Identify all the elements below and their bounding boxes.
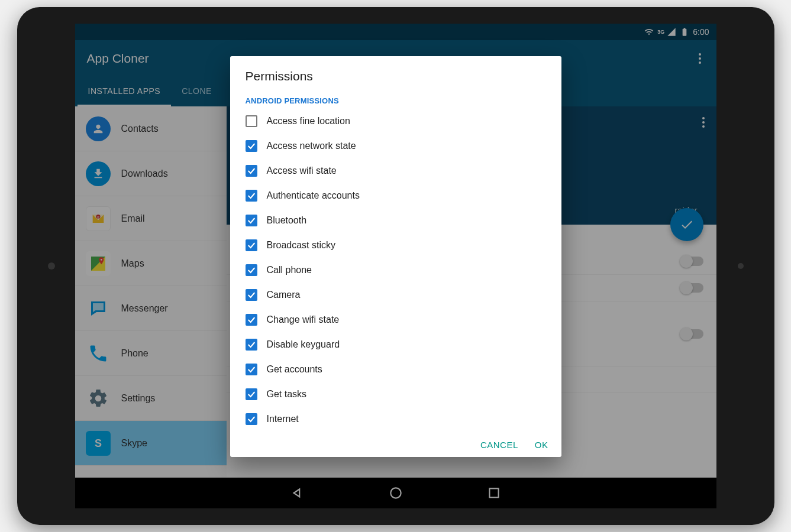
permission-row[interactable]: Get accounts: [246, 357, 546, 382]
permission-label: Internet: [267, 414, 299, 424]
ok-button[interactable]: OK: [535, 440, 548, 450]
permissions-dialog: Permissions ANDROID PERMISSIONS Access f…: [230, 56, 561, 457]
permissions-list[interactable]: Access fine locationAccess network state…: [230, 109, 561, 432]
permission-row[interactable]: Bluetooth: [246, 208, 546, 233]
permission-label: Get tasks: [267, 389, 307, 400]
dialog-subheader: ANDROID PERMISSIONS: [230, 88, 561, 109]
permission-label: Call phone: [267, 265, 312, 275]
permission-label: Camera: [267, 290, 301, 300]
permission-checkbox[interactable]: [246, 140, 257, 152]
permission-checkbox[interactable]: [246, 339, 257, 351]
permission-label: Broadcast sticky: [267, 240, 335, 251]
permission-checkbox[interactable]: [246, 165, 257, 177]
permission-checkbox[interactable]: [246, 314, 257, 326]
permission-checkbox[interactable]: [246, 264, 257, 276]
permission-label: Change wifi state: [267, 314, 340, 325]
permission-checkbox[interactable]: [246, 215, 257, 226]
permission-label: Authenticate accounts: [267, 190, 360, 201]
permission-row[interactable]: Change wifi state: [246, 307, 546, 332]
cancel-button[interactable]: CANCEL: [480, 440, 518, 450]
dialog-actions: CANCEL OK: [230, 432, 561, 457]
permission-label: Bluetooth: [267, 215, 307, 226]
permission-row[interactable]: Disable keyguard: [246, 332, 546, 357]
permission-row[interactable]: Call phone: [246, 258, 546, 283]
permission-row[interactable]: Camera: [246, 283, 546, 307]
permission-checkbox[interactable]: [246, 239, 257, 251]
permission-label: Disable keyguard: [267, 339, 340, 350]
permission-label: Access network state: [267, 141, 356, 151]
permission-checkbox[interactable]: [246, 388, 257, 400]
permission-checkbox[interactable]: [246, 190, 257, 202]
permission-row[interactable]: Internet: [246, 407, 546, 432]
permission-row[interactable]: Broadcast sticky: [246, 233, 546, 258]
permission-checkbox[interactable]: [246, 115, 257, 127]
permission-row[interactable]: Get tasks: [246, 382, 546, 407]
permission-row[interactable]: Authenticate accounts: [246, 183, 546, 208]
tablet-frame: 3G 6:00 App Cloner INSTALLED APPS CLONE …: [17, 7, 774, 525]
permission-label: Get accounts: [267, 364, 322, 375]
permission-row[interactable]: Access fine location: [246, 109, 546, 134]
permission-checkbox[interactable]: [246, 413, 257, 425]
permission-row[interactable]: Access wifi state: [246, 158, 546, 183]
permission-checkbox[interactable]: [246, 289, 257, 301]
permission-label: Access fine location: [267, 116, 350, 126]
device-screen: 3G 6:00 App Cloner INSTALLED APPS CLONE …: [75, 24, 716, 508]
permission-row[interactable]: Access network state: [246, 134, 546, 158]
dialog-title: Permissions: [230, 56, 561, 88]
permission-checkbox[interactable]: [246, 364, 257, 375]
permission-label: Access wifi state: [267, 166, 337, 176]
